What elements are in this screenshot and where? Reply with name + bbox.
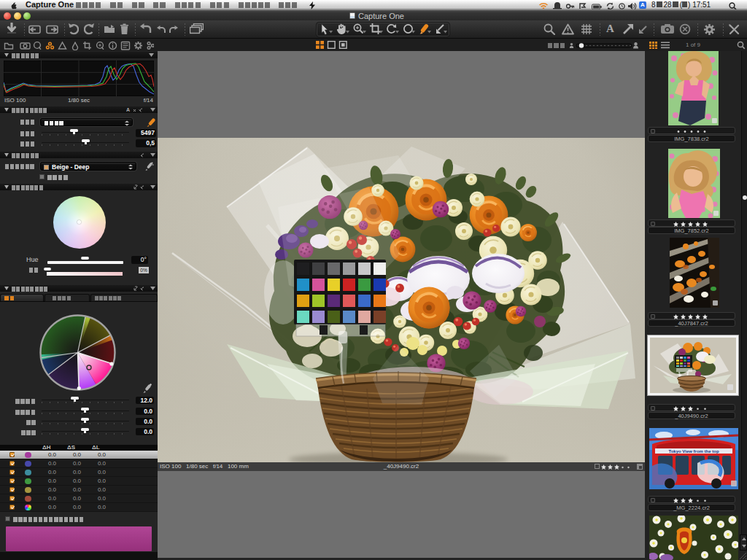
- svg-text:A: A: [126, 107, 130, 112]
- svg-text:Tokyo View from the top: Tokyo View from the top: [668, 449, 719, 454]
